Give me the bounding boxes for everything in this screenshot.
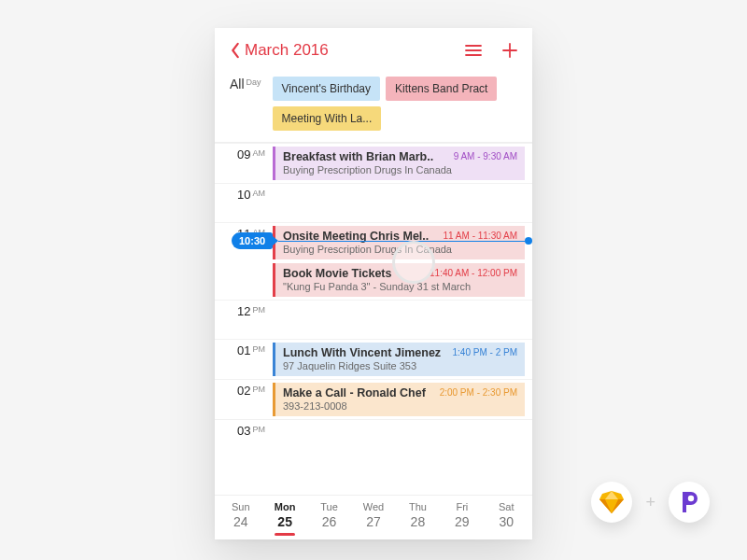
separator: + [645,493,655,512]
hour-row: 03PM [215,419,532,458]
hour-content: Make a Call - Ronald Chef393-213-00082:0… [273,380,532,419]
day-cell[interactable]: Sun24 [218,501,262,536]
hour-content [273,184,532,222]
all-day-chip[interactable]: Vincent's Birthday [273,77,380,101]
day-cell[interactable]: Sat30 [485,501,529,536]
hour-content [273,301,532,339]
calendar-event[interactable]: Make a Call - Ronald Chef393-213-00082:0… [273,383,525,416]
header-bar: March 2016 [215,28,532,69]
timeline[interactable]: 10:30 09AMBreakfast with Brian Marb..Buy… [215,143,532,495]
all-day-chip[interactable]: Kittens Band Pract [386,77,497,101]
hour-label: 03PM [215,420,273,458]
event-time: 9 AM - 9:30 AM [454,151,517,161]
all-day-section: All Day Vincent's BirthdayKittens Band P… [215,69,532,143]
hour-label: 12PM [215,301,273,339]
header-actions [465,43,517,58]
day-cell[interactable]: Wed27 [351,501,395,536]
hour-label: 02PM [215,380,273,419]
hour-row: 10AM [215,183,532,222]
touch-indicator-icon [392,241,435,284]
event-subtitle: 393-213-0008 [283,400,517,412]
hour-row: 02PMMake a Call - Ronald Chef393-213-000… [215,379,532,419]
sketch-icon [599,491,624,513]
header-title: March 2016 [245,41,329,60]
add-event-button[interactable] [502,43,517,58]
event-time: 11 AM - 11:30 AM [444,231,518,241]
hour-label: 01PM [215,340,273,379]
day-cell[interactable]: Thu28 [396,501,440,536]
day-cell[interactable]: Mon25 [262,501,306,536]
hour-row: 11AMOnsite Meeting Chris Mel..Buying Pre… [215,222,532,300]
hour-content [273,420,532,458]
principle-badge [669,482,710,523]
all-day-chip[interactable]: Meeting With La... [273,106,382,131]
event-time: 1:40 PM - 2 PM [453,347,517,357]
svg-point-9 [688,496,694,501]
back-button[interactable]: March 2016 [230,41,329,60]
calendar-event[interactable]: Breakfast with Brian Marb..Buying Prescr… [273,147,525,180]
all-day-chips: Vincent's BirthdayKittens Band PractMeet… [273,77,517,131]
plus-icon [502,43,517,58]
day-cell[interactable]: Tue26 [307,501,351,536]
menu-icon [465,44,482,57]
sketch-badge [591,482,632,523]
hour-row: 12PM [215,300,532,339]
event-subtitle: 97 Jaquelin Ridges Suite 353 [283,360,517,371]
hour-content: Lunch With Vincent Jimenez97 Jaquelin Ri… [273,340,532,379]
principle-icon [679,490,699,514]
active-day-indicator [275,533,295,536]
all-day-label: All Day [230,77,261,131]
tool-badges: + [591,482,710,523]
day-cell[interactable]: Fri29 [440,501,484,536]
hour-label: 10AM [215,184,273,222]
event-subtitle: Buying Prescription Drugs In Canada [283,164,517,175]
hour-label: 11AM [215,223,273,300]
event-time: 2:00 PM - 2:30 PM [440,387,517,398]
calendar-event[interactable]: Lunch With Vincent Jimenez97 Jaquelin Ri… [273,343,525,376]
week-strip: Sun24Mon25Tue26Wed27Thu28Fri29Sat30 [215,495,532,539]
calendar-app: March 2016 All Day Vincent's BirthdayKit… [215,28,532,539]
hour-row: 01PMLunch With Vincent Jimenez97 Jaqueli… [215,339,532,379]
event-subtitle: "Kung Fu Panda 3" - Sunday 31 st March [283,281,517,292]
list-view-button[interactable] [465,44,482,57]
event-time: 11:40 AM - 12:00 PM [430,268,517,278]
chevron-left-icon [230,42,241,59]
hour-content: Breakfast with Brian Marb..Buying Prescr… [273,144,532,183]
hour-row: 09AMBreakfast with Brian Marb..Buying Pr… [215,143,532,183]
hour-label: 09AM [215,144,273,183]
